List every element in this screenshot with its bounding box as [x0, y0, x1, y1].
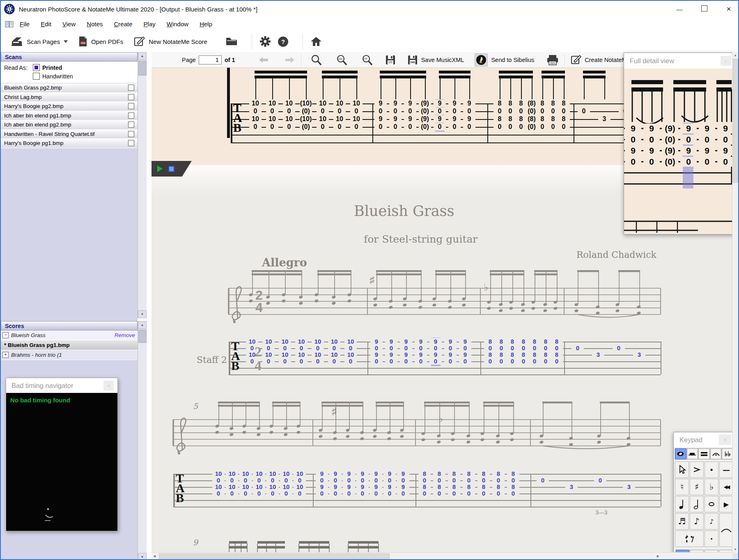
keypad-tab-beam-icon[interactable]: [698, 448, 710, 459]
keypad-button-eighth-note-icon[interactable]: ♪: [690, 513, 704, 530]
keypad-button-tie-icon[interactable]: [719, 513, 733, 547]
save-musicxml-icon[interactable]: XML: [407, 55, 418, 65]
menu-item-view[interactable]: View: [62, 21, 76, 28]
scroll-up-arrow-icon[interactable]: ▲: [734, 53, 737, 57]
tab-fret-number: 0: [312, 344, 324, 351]
save-musicxml-button[interactable]: Save MusicXML: [421, 57, 464, 63]
close-icon[interactable]: ›: [721, 56, 731, 66]
keypad-button-cursor-icon[interactable]: [675, 461, 689, 478]
expand-icon[interactable]: +: [2, 352, 9, 358]
print-icon[interactable]: [546, 55, 559, 65]
keypad-tab-whole-note-icon[interactable]: [675, 448, 686, 459]
score-row[interactable]: +Brahms - horn trio (1: [1, 350, 138, 360]
keypad-tab-double-flat-icon[interactable]: ♭♭: [722, 448, 733, 459]
gear-icon[interactable]: [259, 36, 271, 47]
keypad-button-natural-icon[interactable]: ♮: [675, 479, 689, 495]
close-icon[interactable]: ×: [719, 434, 731, 445]
scroll-up-arrow-icon[interactable]: ▲: [138, 52, 147, 60]
scroll-down-arrow-icon[interactable]: ▼: [138, 310, 147, 318]
keypad-button-quarter-note-icon[interactable]: [675, 496, 689, 512]
read-as-option-handwritten[interactable]: Handwritten: [33, 73, 73, 80]
scores-scrollbar[interactable]: ▲ ▼: [138, 321, 147, 560]
scan-list-item[interactable]: Handwritten - Ravel String Quartet.tif: [1, 130, 138, 139]
previous-page-icon[interactable]: [258, 57, 269, 63]
play-icon[interactable]: [157, 165, 163, 172]
vertical-scrollbar[interactable]: ▲ ▼: [732, 52, 738, 553]
send-to-sibelius-button[interactable]: Send to Sibelius: [491, 57, 534, 63]
stop-icon[interactable]: [168, 166, 174, 172]
help-icon[interactable]: ?: [278, 36, 289, 47]
zoom-out-100-icon[interactable]: 200: [361, 54, 373, 66]
keypad-button-sharp-icon[interactable]: ♯: [690, 479, 704, 495]
read-as-option-printed[interactable]: Printed: [33, 64, 73, 71]
keypad-button-staccato-small-icon[interactable]: •: [705, 530, 718, 547]
checkbox[interactable]: [128, 85, 134, 91]
keypad-button-whole-note-small-icon[interactable]: [705, 496, 718, 512]
scroll-left-arrow-icon[interactable]: ◀: [153, 554, 156, 558]
menu-item-window[interactable]: Window: [167, 21, 188, 28]
menu-item-edit[interactable]: Edit: [41, 21, 51, 28]
menu-item-file[interactable]: File: [20, 21, 30, 28]
checkbox[interactable]: [33, 64, 40, 71]
keypad-button-tenuto-icon[interactable]: —: [719, 461, 733, 478]
scan-pages-button[interactable]: Scan Pages: [11, 36, 68, 47]
scroll-down-arrow-icon[interactable]: ▼: [734, 548, 737, 551]
next-page-icon[interactable]: [285, 57, 295, 63]
checkbox[interactable]: [128, 103, 134, 109]
tab-fret-number: 0: [492, 477, 505, 484]
scroll-down-arrow-icon[interactable]: ▼: [138, 553, 147, 560]
keypad-button-flat-icon[interactable]: ♭: [705, 479, 718, 495]
scan-list-item[interactable]: Blueish Grass pg2.bmp: [1, 83, 138, 93]
horizontal-scrollbar[interactable]: ◀ ▶: [151, 552, 732, 559]
checkbox[interactable]: [128, 112, 134, 119]
scans-scrollbar[interactable]: ▲ ▼: [138, 52, 147, 318]
page-number-input[interactable]: [199, 55, 222, 64]
checkbox[interactable]: [128, 122, 134, 128]
folder-icon[interactable]: [225, 37, 238, 46]
keypad-button-rewind-icon[interactable]: ◀◀: [719, 479, 733, 495]
scan-list-item[interactable]: Harry's Boogie pg1.bmp: [1, 139, 138, 148]
keypad-button-quarter-note-alt-icon[interactable]: [690, 496, 704, 512]
scroll-right-arrow-icon[interactable]: ▶: [657, 554, 659, 558]
keypad-tab-fermata-icon[interactable]: [710, 448, 722, 459]
create-notateme-icon[interactable]: [571, 55, 581, 65]
keypad-button-play-icon[interactable]: ▶: [719, 496, 733, 512]
score-row[interactable]: * Blueish Grass pg1.bmp: [1, 340, 138, 350]
scan-list-item[interactable]: Ich aber bin elend pg1.bmp: [1, 111, 138, 121]
keypad-button-accent-icon[interactable]: [690, 461, 704, 478]
checkbox[interactable]: [128, 94, 134, 100]
score-row[interactable]: −Blueish GrassRemove: [1, 330, 138, 340]
keypad-button-sixteenth-note-icon[interactable]: ♬: [675, 513, 689, 530]
sibelius-icon[interactable]: [475, 53, 488, 67]
keypad-button-staccato-icon[interactable]: •: [705, 461, 718, 478]
maximize-button[interactable]: [699, 5, 709, 13]
keypad-tab-half-rest-icon[interactable]: [687, 448, 698, 459]
menu-item-notes[interactable]: Notes: [87, 21, 103, 28]
close-icon[interactable]: ×: [103, 381, 114, 390]
bad-timing-header[interactable]: Bad timing navigator ×: [6, 378, 117, 393]
menu-item-play[interactable]: Play: [144, 21, 156, 28]
remove-link[interactable]: Remove: [115, 332, 135, 338]
keypad-button-eighth-note-small-icon[interactable]: ♪: [705, 513, 718, 530]
keypad-header[interactable]: Keypad ×: [674, 432, 734, 448]
scan-list-item[interactable]: Harry's Boogie pg2.bmp: [1, 102, 138, 111]
zoom-100-icon[interactable]: 100: [336, 54, 347, 66]
scan-list-item[interactable]: Christ Lag.bmp: [1, 93, 138, 102]
open-pdfs-button[interactable]: PDFOpen PDFs: [78, 36, 123, 47]
zoom-icon[interactable]: [310, 54, 322, 66]
new-notateme-score-button[interactable]: New NotateMe Score: [134, 36, 207, 47]
checkbox[interactable]: [33, 73, 40, 80]
checkbox[interactable]: [128, 131, 134, 137]
full-detail-header[interactable]: Full detail view ›: [624, 53, 734, 69]
scroll-up-arrow-icon[interactable]: ▲: [138, 321, 147, 329]
minimize-button[interactable]: ―: [674, 6, 685, 13]
checkbox[interactable]: [128, 140, 134, 146]
keypad-button-rests-icon[interactable]: [675, 530, 704, 547]
menu-item-help[interactable]: Help: [200, 21, 212, 28]
home-icon[interactable]: [310, 36, 322, 47]
collapse-icon[interactable]: −: [2, 332, 9, 338]
close-button[interactable]: ×: [723, 5, 734, 14]
scan-list-item[interactable]: Ich aber bin elend pg2.bmp: [1, 120, 138, 130]
menu-item-create[interactable]: Create: [114, 21, 133, 28]
save-icon[interactable]: [385, 55, 396, 65]
